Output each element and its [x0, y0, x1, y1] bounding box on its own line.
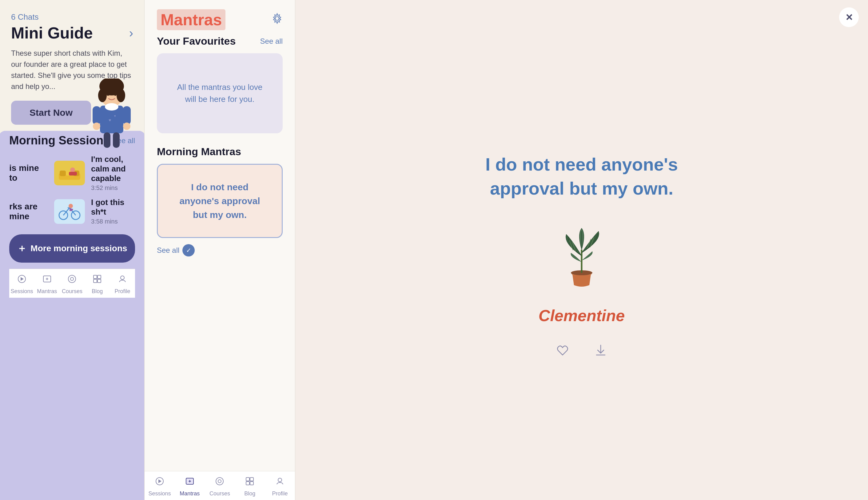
settings-icon[interactable]: [272, 13, 283, 27]
wave-section: Morning Sessions See all is mine to: [0, 125, 144, 500]
nav-courses[interactable]: Courses: [60, 274, 85, 295]
svg-rect-10: [104, 133, 110, 148]
blog-nav-label: Blog: [92, 288, 103, 295]
blog-nav-label-2: Blog: [244, 490, 255, 497]
svg-point-13: [114, 93, 117, 96]
mantras-title: Mantras: [157, 9, 225, 30]
courses-nav-icon-2: [215, 476, 224, 489]
more-morning-sessions-button[interactable]: ＋ More morning sessions: [9, 234, 135, 263]
svg-point-37: [120, 276, 124, 280]
profile-nav-label: Profile: [115, 288, 130, 295]
session-item[interactable]: is mine to I'm cool, calm a: [9, 155, 135, 192]
detail-actions: [556, 343, 608, 360]
nav-courses-2[interactable]: Courses: [205, 476, 235, 497]
favourites-placeholder: All the mantras you love will be here fo…: [177, 81, 262, 105]
svg-point-46: [278, 478, 282, 482]
svg-rect-43: [250, 478, 254, 481]
blog-nav-icon: [92, 274, 102, 286]
see-all-favourites-link[interactable]: See all: [260, 37, 283, 46]
download-button[interactable]: [594, 343, 608, 360]
morning-mantras-text: I do not need anyone's approval but my o…: [179, 180, 260, 222]
svg-point-2: [98, 89, 107, 102]
session-info-1: I'm cool, calm and capable 3:52 mins: [91, 155, 135, 192]
svg-rect-21: [69, 172, 77, 175]
session-thumbnail-2: [54, 199, 85, 224]
checkmark-badge: ✓: [183, 244, 195, 257]
detail-mantra-text: I do not need anyone'sapproval but my ow…: [485, 152, 678, 201]
app-name-label: Clementine: [539, 306, 625, 325]
nav-mantras-2[interactable]: Mantras: [175, 476, 205, 497]
svg-point-9: [123, 123, 130, 130]
svg-point-28: [69, 204, 73, 208]
nav-sessions-2[interactable]: Sessions: [144, 476, 175, 497]
detail-content: I do not need anyone'sapproval but my ow…: [295, 0, 868, 500]
nav-sessions[interactable]: Sessions: [9, 274, 34, 295]
plant-illustration: [551, 225, 612, 294]
see-all-morning-mantras-link[interactable]: See all: [157, 246, 179, 254]
bottom-nav-mantras: Sessions Mantras Courses Blog Profile: [144, 471, 295, 500]
svg-point-5: [105, 103, 118, 111]
svg-rect-11: [113, 133, 120, 148]
chevron-right-icon[interactable]: ›: [129, 26, 133, 40]
svg-rect-34: [97, 275, 101, 279]
blog-nav-icon-2: [245, 476, 255, 489]
plus-icon: ＋: [17, 242, 27, 255]
svg-point-31: [68, 275, 76, 283]
svg-point-3: [117, 89, 125, 102]
svg-point-40: [216, 478, 223, 485]
session-partial-text-2: rks are mine: [9, 202, 49, 221]
nav-profile-2[interactable]: Profile: [265, 476, 295, 497]
morning-mantras-card[interactable]: I do not need anyone's approval but my o…: [157, 164, 283, 238]
nav-mantras[interactable]: Mantras: [34, 274, 60, 295]
favourite-button[interactable]: [556, 343, 569, 360]
courses-nav-label-2: Courses: [210, 490, 230, 497]
morning-mantras-title: Morning Mantras: [157, 146, 241, 158]
sessions-panel: 6 Chats Mini Guide › These super short c…: [0, 0, 144, 500]
svg-rect-35: [94, 279, 97, 283]
close-button[interactable]: ✕: [839, 8, 859, 27]
sessions-nav-label-2: Sessions: [148, 490, 171, 497]
sessions-nav-label: Sessions: [10, 288, 33, 295]
svg-rect-17: [60, 171, 66, 176]
session-item[interactable]: rks are mine I: [9, 198, 135, 225]
nav-blog-2[interactable]: Blog: [235, 476, 265, 497]
svg-rect-45: [250, 481, 254, 485]
sessions-nav-icon: [17, 274, 27, 286]
svg-point-12: [107, 93, 109, 96]
courses-nav-icon: [67, 274, 77, 286]
mantras-nav-icon-2: [185, 476, 195, 489]
svg-rect-33: [94, 275, 97, 279]
svg-rect-44: [246, 481, 249, 485]
svg-rect-42: [246, 478, 249, 481]
start-now-button[interactable]: Start Now: [11, 101, 91, 125]
svg-point-20: [70, 168, 75, 172]
profile-nav-label-2: Profile: [272, 490, 288, 497]
svg-line-26: [63, 208, 70, 215]
session-partial-text-1: is mine to: [9, 163, 49, 183]
svg-rect-6: [93, 106, 101, 125]
svg-point-41: [218, 480, 221, 483]
session-thumbnail-1: [54, 161, 85, 185]
chats-label: 6 Chats: [11, 12, 133, 22]
mantras-nav-icon: [42, 274, 52, 286]
svg-point-8: [93, 123, 100, 130]
svg-rect-7: [123, 106, 131, 125]
mantra-detail-panel: ✕ I do not need anyone'sapproval but my …: [295, 0, 868, 500]
mantras-header: Mantras: [144, 0, 295, 35]
kim-avatar: ♥ ♥: [87, 79, 136, 149]
favourites-section-header: Your Favourites See all: [157, 35, 283, 47]
favourites-title: Your Favourites: [157, 35, 236, 47]
session-info-2: I got this sh*t 3:58 mins: [91, 198, 135, 225]
favourites-card: All the mantras you love will be here fo…: [157, 53, 283, 133]
sofa-icon: [54, 161, 85, 185]
mantras-nav-label: Mantras: [37, 288, 57, 295]
nav-profile[interactable]: Profile: [110, 274, 135, 295]
mantras-nav-label-2: Mantras: [180, 490, 200, 497]
profile-nav-icon-2: [275, 476, 285, 489]
sessions-top: 6 Chats Mini Guide › These super short c…: [0, 0, 144, 131]
see-all-with-check: See all ✓: [157, 244, 283, 257]
bottom-nav-sessions: Sessions Mantras Courses Blog: [9, 269, 135, 298]
nav-blog[interactable]: Blog: [85, 274, 110, 295]
courses-nav-label: Courses: [62, 288, 82, 295]
mini-guide-title: Mini Guide ›: [11, 24, 133, 42]
